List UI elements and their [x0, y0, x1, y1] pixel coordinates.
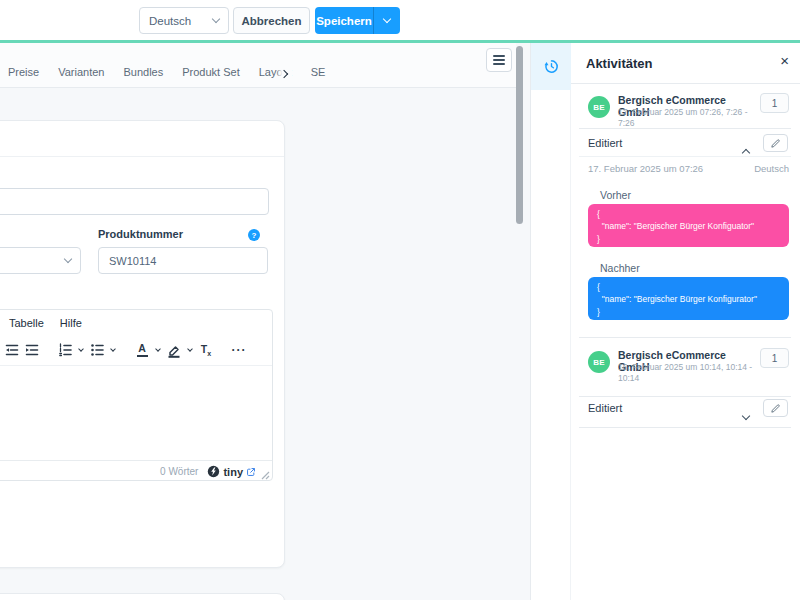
- tiny-logo-icon: [207, 465, 220, 478]
- menu-hilfe[interactable]: Hilfe: [60, 317, 82, 329]
- activity-action-label: Editiert: [588, 137, 622, 149]
- text-color-button[interactable]: A: [132, 339, 152, 361]
- chevron-right-icon: [280, 69, 288, 77]
- highlighter-icon: [166, 342, 182, 358]
- product-detail-main: Preise Varianten Bundles Produkt Set Lay…: [0, 43, 530, 600]
- language-select-value: Deutsch: [149, 15, 191, 27]
- general-information-card: Produktnummer ? SW10114 Tabelle Hilfe: [0, 120, 285, 568]
- divider: [579, 128, 791, 129]
- chevron-down-icon: [742, 412, 750, 420]
- tab-produkt-set[interactable]: Produkt Set: [182, 66, 239, 78]
- chevron-down-icon: [78, 346, 84, 352]
- pencil-icon: [770, 403, 781, 414]
- card-header-divider: [0, 156, 284, 157]
- divider: [579, 156, 791, 157]
- chevron-down-icon: [155, 346, 161, 352]
- next-section-card: [0, 593, 285, 600]
- chevron-down-icon: [383, 15, 391, 23]
- tab-preise[interactable]: Preise: [8, 66, 39, 78]
- select-field[interactable]: [0, 247, 81, 274]
- outdent-icon: [4, 342, 20, 358]
- tab-bundles[interactable]: Bundles: [123, 66, 163, 78]
- detail-date: 17. Februar 2025 um 07:26: [588, 163, 703, 174]
- editor-content-area[interactable]: [0, 365, 272, 460]
- activity-timestamp: 17. Februar 2025 um 07:26, 7:26 - 7:26: [618, 107, 758, 128]
- expand-button[interactable]: [743, 405, 749, 423]
- tab-varianten[interactable]: Varianten: [58, 66, 104, 78]
- language-select[interactable]: Deutsch: [139, 7, 229, 34]
- word-count: 0 Wörter: [160, 466, 198, 477]
- editor-statusbar: 0 Wörter tiny: [0, 460, 272, 481]
- panel-icon-rail: [531, 43, 571, 600]
- bullet-list-icon: [89, 342, 105, 358]
- text-color-icon: A: [137, 343, 148, 357]
- highlight-color-dropdown[interactable]: [184, 350, 196, 351]
- text-color-dropdown[interactable]: [152, 350, 164, 351]
- help-icon[interactable]: ?: [248, 229, 260, 241]
- shopware-product-detail-page: Deutsch Abbrechen Speichern Preise Varia…: [0, 0, 800, 600]
- product-number-label: Produktnummer: [98, 228, 183, 240]
- bullet-list-dropdown[interactable]: [107, 350, 119, 351]
- chevron-down-icon: [110, 346, 116, 352]
- history-icon: [544, 59, 559, 74]
- avatar: BE: [588, 96, 610, 118]
- product-number-input[interactable]: SW10114: [98, 247, 268, 274]
- product-number-value: SW10114: [109, 255, 157, 267]
- detail-language: Deutsch: [754, 163, 789, 174]
- clear-formatting-icon: Tx: [201, 343, 211, 357]
- outdent-button[interactable]: [2, 339, 22, 361]
- tiny-brand-label: tiny: [223, 466, 243, 478]
- indent-icon: [24, 342, 40, 358]
- highlight-color-button[interactable]: [164, 339, 184, 361]
- rich-text-editor: Tabelle Hilfe: [0, 309, 273, 481]
- save-button-group: Speichern: [315, 7, 400, 34]
- after-label: Nachher: [600, 262, 640, 274]
- tabs-scroll-right-button[interactable]: [276, 67, 292, 83]
- before-label: Vorher: [600, 189, 631, 201]
- ordered-list-icon: [57, 342, 73, 358]
- bullet-list-button[interactable]: [87, 339, 107, 361]
- clear-formatting-button[interactable]: Tx: [196, 339, 216, 361]
- save-dropdown-button[interactable]: [373, 7, 400, 34]
- edit-action-button[interactable]: [763, 399, 788, 417]
- save-button[interactable]: Speichern: [315, 7, 373, 34]
- collapse-button[interactable]: [743, 142, 749, 160]
- external-link-icon: [246, 467, 256, 477]
- pencil-icon: [770, 138, 781, 149]
- main-scrollbar-thumb[interactable]: [516, 46, 523, 224]
- text-field[interactable]: [0, 188, 269, 215]
- divider: [579, 337, 791, 338]
- activity-list: BE Bergisch eCommerce GmbH 17. Februar 2…: [571, 84, 800, 600]
- activities-panel: Aktivitäten × BE Bergisch eCommerce GmbH…: [530, 43, 800, 600]
- indent-button[interactable]: [22, 339, 42, 361]
- context-menu-button[interactable]: [486, 48, 512, 72]
- chevron-down-icon: [212, 15, 220, 23]
- cancel-button[interactable]: Abbrechen: [233, 7, 310, 34]
- chevron-down-icon: [187, 346, 193, 352]
- resize-grip-icon[interactable]: [261, 471, 270, 480]
- panel-header: Aktivitäten ×: [571, 43, 800, 84]
- after-code-block: { "name": "Bergischer Bürger Konfigurato…: [588, 277, 789, 320]
- activity-count-badge: 1: [760, 93, 789, 113]
- activity-timestamp: 16. Februar 2025 um 10:14, 10:14 - 10:14: [618, 362, 753, 383]
- chevron-down-icon: [64, 255, 72, 263]
- ordered-list-button[interactable]: [55, 339, 75, 361]
- edit-action-button[interactable]: [763, 134, 788, 152]
- menu-lines-icon: [493, 55, 505, 57]
- divider: [579, 427, 791, 428]
- editor-menubar: Tabelle Hilfe: [0, 310, 272, 336]
- avatar: BE: [588, 351, 610, 373]
- menu-tabelle[interactable]: Tabelle: [9, 317, 44, 329]
- tab-seo[interactable]: SE: [311, 66, 326, 78]
- divider: [579, 396, 791, 397]
- ordered-list-dropdown[interactable]: [75, 350, 87, 351]
- activity-count-badge: 1: [760, 348, 789, 368]
- tiny-brand-link[interactable]: tiny: [207, 465, 256, 478]
- top-action-bar: Deutsch Abbrechen Speichern: [0, 0, 800, 40]
- close-button[interactable]: ×: [780, 53, 789, 68]
- history-tab-button[interactable]: [531, 43, 571, 90]
- before-code-block: { "name": "Bergischer Bürger Konfiguator…: [588, 204, 789, 247]
- product-tab-bar: Preise Varianten Bundles Produkt Set Lay…: [0, 43, 516, 88]
- more-toolbar-button[interactable]: ···: [229, 339, 249, 361]
- activity-action-label: Editiert: [588, 402, 622, 414]
